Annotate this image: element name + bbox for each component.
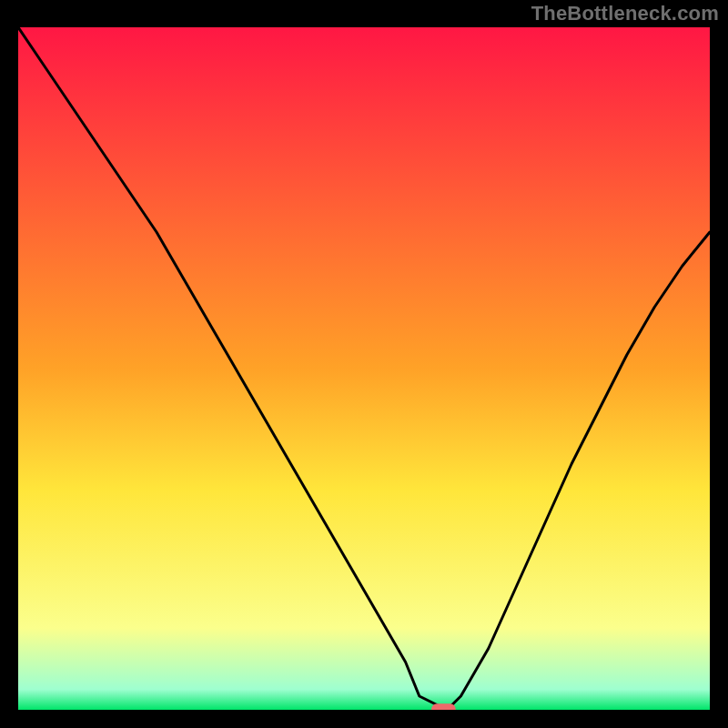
chart-frame: TheBottleneck.com [0, 0, 728, 728]
chart-svg [18, 27, 710, 710]
plot-area [18, 27, 710, 710]
watermark-text: TheBottleneck.com [531, 2, 719, 25]
optimal-marker [431, 703, 456, 710]
gradient-background [18, 27, 710, 710]
